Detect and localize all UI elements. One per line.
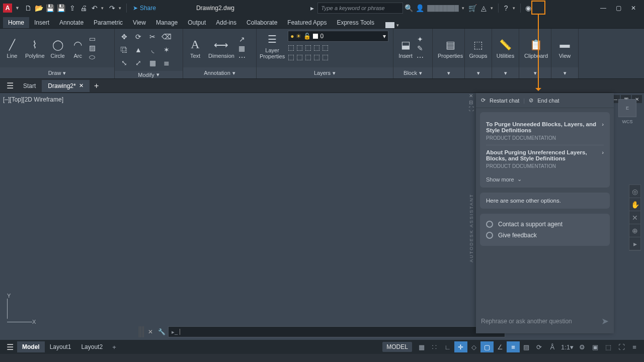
hatch-icon[interactable]: ▨ <box>89 44 96 52</box>
array-icon[interactable]: ▦ <box>146 57 159 69</box>
isolate-icon[interactable]: ⬚ <box>602 341 615 352</box>
arc-button[interactable]: ◠Arc <box>69 37 87 60</box>
grid-icon[interactable]: ▦ <box>415 341 428 352</box>
tab-start[interactable]: Start <box>17 80 42 92</box>
tab-featured[interactable]: Featured Apps <box>282 17 332 28</box>
block-attr-icon[interactable]: ⋯ <box>417 53 424 61</box>
offset-icon[interactable]: ≣ <box>160 57 173 69</box>
tab-annotate[interactable]: Annotate <box>54 17 89 28</box>
cycling-icon[interactable]: ⟳ <box>533 341 546 352</box>
panel-block[interactable]: Block ▾ <box>393 67 432 78</box>
undo-drop-icon[interactable]: ▾ <box>101 6 104 11</box>
help-icon[interactable]: ? <box>501 3 512 14</box>
palette-close-icon[interactable]: ✕ <box>469 93 476 99</box>
close-icon[interactable]: ✕ <box>626 3 641 14</box>
user-icon[interactable]: 👤 <box>414 3 425 14</box>
mirror-icon[interactable]: ▲ <box>132 44 145 56</box>
tab-view[interactable]: View <box>128 17 151 28</box>
search-icon[interactable]: 🔍 <box>403 3 414 14</box>
open-icon[interactable]: 📂 <box>34 3 45 14</box>
table-icon[interactable]: ▦ <box>238 44 246 52</box>
tab-insert[interactable]: Insert <box>29 17 54 28</box>
app-icon[interactable]: A <box>3 4 12 13</box>
saveas-icon[interactable]: 💾 <box>56 3 67 14</box>
add-layout-icon[interactable]: + <box>108 341 121 352</box>
layer-tool-icon[interactable]: ⬚ <box>313 53 320 61</box>
tab-manage[interactable]: Manage <box>151 17 183 28</box>
utilities-drop[interactable]: ▾ <box>492 67 519 78</box>
utilities-panel[interactable]: 📏Utilities <box>495 37 516 60</box>
doc-link-2[interactable]: About Purging Unreferenced Layers, Block… <box>486 145 604 173</box>
layer-tool-icon[interactable]: ⬚ <box>296 43 303 51</box>
fillet-icon[interactable]: ◟ <box>146 44 159 56</box>
palette-pin-icon[interactable]: ⊟ <box>469 100 476 105</box>
model-space-badge[interactable]: MODEL <box>382 342 412 352</box>
isodraft-icon[interactable]: ◇ <box>467 341 480 352</box>
layer-tool-icon[interactable]: ⬚ <box>288 53 294 61</box>
user-name[interactable]: ████████ <box>427 5 458 11</box>
assistant-toggle-icon[interactable]: ◉ <box>523 3 534 14</box>
redo-drop-icon[interactable]: ▾ <box>119 6 121 11</box>
show-more-button[interactable]: Show more⌄ <box>486 173 604 183</box>
layer-tool-icon[interactable]: ⬚ <box>313 43 320 51</box>
command-input[interactable]: ▸_ <box>168 326 505 337</box>
snap-icon[interactable]: ⸬ <box>428 341 441 352</box>
maximize-icon[interactable]: ▢ <box>611 3 626 14</box>
share-button[interactable]: ➤Share <box>133 5 156 12</box>
polar-icon[interactable]: ✛ <box>454 341 467 352</box>
filetab-menu-icon[interactable]: ☰ <box>3 81 17 90</box>
line-button[interactable]: ╱Line <box>3 37 21 60</box>
groups-drop[interactable]: ▾ <box>465 67 492 78</box>
rotate-icon[interactable]: ⟳ <box>132 31 145 43</box>
assistant-input[interactable]: Rephrase or ask another question <box>481 318 596 325</box>
text-button[interactable]: AText <box>186 37 204 60</box>
layer-tool-icon[interactable]: ⬚ <box>296 53 303 61</box>
app-menu-dropdown-icon[interactable]: ▼ <box>15 6 20 11</box>
tab-layout1[interactable]: Layout1 <box>45 341 76 352</box>
plot-icon[interactable]: 🖨 <box>78 3 89 14</box>
web-mobile-icon[interactable]: ⇪ <box>67 3 78 14</box>
monitor-icon[interactable]: ▣ <box>589 341 602 352</box>
doc-link-1[interactable]: To Purge Unneeded Blocks, Layers, and St… <box>486 117 604 145</box>
new-tab-icon[interactable]: + <box>90 81 104 90</box>
nav-zoom-icon[interactable]: ✕ <box>629 211 640 224</box>
clean-icon[interactable]: ⛶ <box>615 341 628 352</box>
tab-collaborate[interactable]: Collaborate <box>242 17 282 28</box>
contact-agent-option[interactable]: Contact a support agent <box>486 219 604 230</box>
app-drop-icon[interactable]: ▾ <box>491 6 493 11</box>
layer-tool-icon[interactable]: ⬚ <box>322 43 329 51</box>
rectangle-icon[interactable]: ▭ <box>89 35 96 43</box>
panel-annotation[interactable]: Annotation ▾ <box>183 67 256 78</box>
trim-icon[interactable]: ✂ <box>146 31 159 43</box>
cart-icon[interactable]: 🛒 <box>467 3 478 14</box>
panel-draw[interactable]: Draw ▾ <box>0 67 114 78</box>
erase-icon[interactable]: ⌫ <box>160 31 173 43</box>
send-icon[interactable]: ➤ <box>601 316 609 327</box>
otrack-icon[interactable]: ∠ <box>494 341 507 352</box>
tab-express[interactable]: Express Tools <box>332 17 379 28</box>
osnap-icon[interactable]: ▢ <box>480 341 494 352</box>
viewcube[interactable]: E WCS <box>615 96 640 126</box>
tab-layout2[interactable]: Layout2 <box>76 341 108 352</box>
tab-addins[interactable]: Add-ins <box>211 17 242 28</box>
annoscale-icon[interactable]: Å <box>546 341 559 352</box>
panel-modify[interactable]: Modify ▾ <box>115 71 183 78</box>
polyline-button[interactable]: ⌇Polyline <box>23 37 47 60</box>
drawing-canvas[interactable]: [–][Top][2D Wireframe] — ▣ ✕ E WCS ◎ ✋ ✕… <box>0 93 644 340</box>
ribbon-toggle[interactable]: ▾ <box>385 22 402 28</box>
copy-icon[interactable]: ⿻ <box>118 44 131 56</box>
end-chat-button[interactable]: End chat <box>537 98 559 104</box>
cmd-customize-icon[interactable]: 🔧 <box>157 327 166 336</box>
dimension-button[interactable]: ⟷Dimension <box>206 37 236 60</box>
layer-tool-icon[interactable]: ⬚ <box>288 43 294 51</box>
leader-icon[interactable]: ↗ <box>238 35 246 43</box>
ellipse-icon[interactable]: ⬭ <box>89 53 96 61</box>
groups-panel[interactable]: ⬚Groups <box>467 37 489 60</box>
properties-panel[interactable]: ▤Properties <box>436 37 465 60</box>
tab-home[interactable]: Home <box>3 17 29 28</box>
nav-pan-icon[interactable]: ✋ <box>629 198 640 211</box>
scale-button[interactable]: 1:1 ▾ <box>559 341 576 352</box>
save-icon[interactable]: 💾 <box>45 3 56 14</box>
restart-chat-button[interactable]: Restart chat <box>490 98 519 104</box>
cmd-close-icon[interactable]: ✕ <box>146 327 155 336</box>
